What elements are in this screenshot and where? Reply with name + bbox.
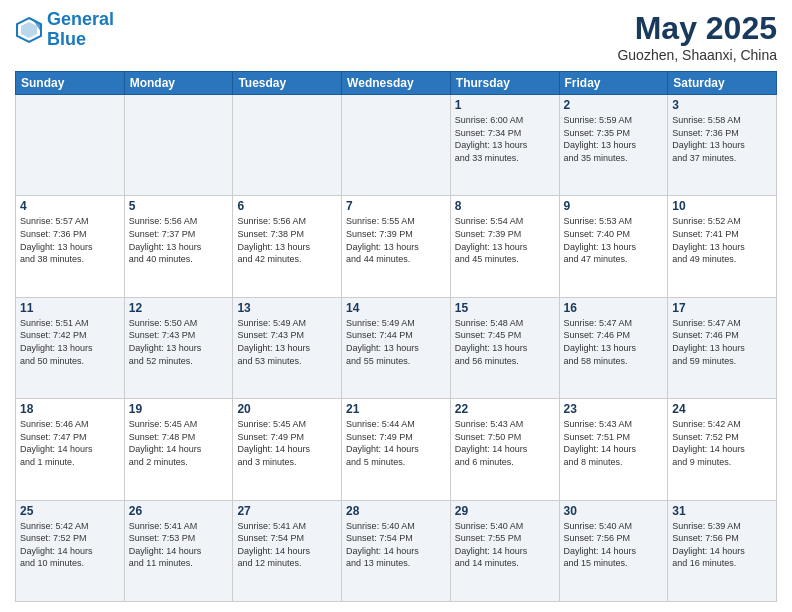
day-info: Sunrise: 5:39 AM Sunset: 7:56 PM Dayligh… <box>672 520 772 570</box>
calendar-cell: 15Sunrise: 5:48 AM Sunset: 7:45 PM Dayli… <box>450 297 559 398</box>
calendar-cell: 26Sunrise: 5:41 AM Sunset: 7:53 PM Dayli… <box>124 500 233 601</box>
weekday-header-tuesday: Tuesday <box>233 72 342 95</box>
weekday-header-thursday: Thursday <box>450 72 559 95</box>
day-info: Sunrise: 5:40 AM Sunset: 7:54 PM Dayligh… <box>346 520 446 570</box>
day-info: Sunrise: 5:43 AM Sunset: 7:50 PM Dayligh… <box>455 418 555 468</box>
day-number: 31 <box>672 504 772 518</box>
main-title: May 2025 <box>617 10 777 47</box>
calendar-cell: 23Sunrise: 5:43 AM Sunset: 7:51 PM Dayli… <box>559 399 668 500</box>
day-info: Sunrise: 5:49 AM Sunset: 7:43 PM Dayligh… <box>237 317 337 367</box>
page: General Blue May 2025 Guozhen, Shaanxi, … <box>0 0 792 612</box>
day-number: 11 <box>20 301 120 315</box>
calendar-cell: 18Sunrise: 5:46 AM Sunset: 7:47 PM Dayli… <box>16 399 125 500</box>
day-number: 7 <box>346 199 446 213</box>
weekday-header-monday: Monday <box>124 72 233 95</box>
day-info: Sunrise: 5:59 AM Sunset: 7:35 PM Dayligh… <box>564 114 664 164</box>
day-info: Sunrise: 5:42 AM Sunset: 7:52 PM Dayligh… <box>672 418 772 468</box>
day-info: Sunrise: 5:46 AM Sunset: 7:47 PM Dayligh… <box>20 418 120 468</box>
calendar-week-2: 4Sunrise: 5:57 AM Sunset: 7:36 PM Daylig… <box>16 196 777 297</box>
weekday-header-friday: Friday <box>559 72 668 95</box>
calendar-cell: 8Sunrise: 5:54 AM Sunset: 7:39 PM Daylig… <box>450 196 559 297</box>
weekday-header-saturday: Saturday <box>668 72 777 95</box>
day-info: Sunrise: 5:40 AM Sunset: 7:56 PM Dayligh… <box>564 520 664 570</box>
day-number: 1 <box>455 98 555 112</box>
calendar-cell: 2Sunrise: 5:59 AM Sunset: 7:35 PM Daylig… <box>559 95 668 196</box>
calendar-cell: 11Sunrise: 5:51 AM Sunset: 7:42 PM Dayli… <box>16 297 125 398</box>
calendar-cell: 3Sunrise: 5:58 AM Sunset: 7:36 PM Daylig… <box>668 95 777 196</box>
calendar-cell: 13Sunrise: 5:49 AM Sunset: 7:43 PM Dayli… <box>233 297 342 398</box>
day-number: 5 <box>129 199 229 213</box>
day-number: 2 <box>564 98 664 112</box>
logo: General Blue <box>15 10 114 50</box>
calendar-cell: 28Sunrise: 5:40 AM Sunset: 7:54 PM Dayli… <box>342 500 451 601</box>
day-info: Sunrise: 5:49 AM Sunset: 7:44 PM Dayligh… <box>346 317 446 367</box>
day-info: Sunrise: 5:48 AM Sunset: 7:45 PM Dayligh… <box>455 317 555 367</box>
day-info: Sunrise: 5:47 AM Sunset: 7:46 PM Dayligh… <box>672 317 772 367</box>
calendar-cell: 10Sunrise: 5:52 AM Sunset: 7:41 PM Dayli… <box>668 196 777 297</box>
day-number: 15 <box>455 301 555 315</box>
day-info: Sunrise: 6:00 AM Sunset: 7:34 PM Dayligh… <box>455 114 555 164</box>
calendar-week-3: 11Sunrise: 5:51 AM Sunset: 7:42 PM Dayli… <box>16 297 777 398</box>
calendar-cell: 19Sunrise: 5:45 AM Sunset: 7:48 PM Dayli… <box>124 399 233 500</box>
weekday-header-row: SundayMondayTuesdayWednesdayThursdayFrid… <box>16 72 777 95</box>
day-number: 6 <box>237 199 337 213</box>
weekday-header-wednesday: Wednesday <box>342 72 451 95</box>
calendar-cell <box>124 95 233 196</box>
day-number: 9 <box>564 199 664 213</box>
calendar-cell: 1Sunrise: 6:00 AM Sunset: 7:34 PM Daylig… <box>450 95 559 196</box>
day-number: 26 <box>129 504 229 518</box>
calendar-cell: 5Sunrise: 5:56 AM Sunset: 7:37 PM Daylig… <box>124 196 233 297</box>
day-number: 12 <box>129 301 229 315</box>
calendar-cell: 14Sunrise: 5:49 AM Sunset: 7:44 PM Dayli… <box>342 297 451 398</box>
day-info: Sunrise: 5:50 AM Sunset: 7:43 PM Dayligh… <box>129 317 229 367</box>
day-info: Sunrise: 5:40 AM Sunset: 7:55 PM Dayligh… <box>455 520 555 570</box>
calendar-cell: 6Sunrise: 5:56 AM Sunset: 7:38 PM Daylig… <box>233 196 342 297</box>
day-number: 14 <box>346 301 446 315</box>
title-block: May 2025 Guozhen, Shaanxi, China <box>617 10 777 63</box>
calendar-cell: 24Sunrise: 5:42 AM Sunset: 7:52 PM Dayli… <box>668 399 777 500</box>
calendar-week-5: 25Sunrise: 5:42 AM Sunset: 7:52 PM Dayli… <box>16 500 777 601</box>
calendar-cell: 31Sunrise: 5:39 AM Sunset: 7:56 PM Dayli… <box>668 500 777 601</box>
day-info: Sunrise: 5:56 AM Sunset: 7:37 PM Dayligh… <box>129 215 229 265</box>
calendar-cell: 9Sunrise: 5:53 AM Sunset: 7:40 PM Daylig… <box>559 196 668 297</box>
day-number: 20 <box>237 402 337 416</box>
calendar-cell: 21Sunrise: 5:44 AM Sunset: 7:49 PM Dayli… <box>342 399 451 500</box>
day-info: Sunrise: 5:45 AM Sunset: 7:49 PM Dayligh… <box>237 418 337 468</box>
day-number: 25 <box>20 504 120 518</box>
calendar-cell: 17Sunrise: 5:47 AM Sunset: 7:46 PM Dayli… <box>668 297 777 398</box>
day-number: 8 <box>455 199 555 213</box>
calendar-cell <box>233 95 342 196</box>
day-info: Sunrise: 5:41 AM Sunset: 7:54 PM Dayligh… <box>237 520 337 570</box>
day-number: 13 <box>237 301 337 315</box>
day-number: 29 <box>455 504 555 518</box>
day-info: Sunrise: 5:56 AM Sunset: 7:38 PM Dayligh… <box>237 215 337 265</box>
calendar-cell: 25Sunrise: 5:42 AM Sunset: 7:52 PM Dayli… <box>16 500 125 601</box>
calendar-cell: 16Sunrise: 5:47 AM Sunset: 7:46 PM Dayli… <box>559 297 668 398</box>
svg-marker-2 <box>21 22 37 38</box>
day-number: 4 <box>20 199 120 213</box>
day-info: Sunrise: 5:51 AM Sunset: 7:42 PM Dayligh… <box>20 317 120 367</box>
day-number: 10 <box>672 199 772 213</box>
day-number: 27 <box>237 504 337 518</box>
logo-icon <box>15 16 43 44</box>
day-info: Sunrise: 5:57 AM Sunset: 7:36 PM Dayligh… <box>20 215 120 265</box>
calendar-cell: 4Sunrise: 5:57 AM Sunset: 7:36 PM Daylig… <box>16 196 125 297</box>
day-number: 22 <box>455 402 555 416</box>
day-number: 16 <box>564 301 664 315</box>
day-number: 18 <box>20 402 120 416</box>
day-info: Sunrise: 5:42 AM Sunset: 7:52 PM Dayligh… <box>20 520 120 570</box>
calendar-cell: 22Sunrise: 5:43 AM Sunset: 7:50 PM Dayli… <box>450 399 559 500</box>
subtitle: Guozhen, Shaanxi, China <box>617 47 777 63</box>
day-number: 24 <box>672 402 772 416</box>
day-info: Sunrise: 5:45 AM Sunset: 7:48 PM Dayligh… <box>129 418 229 468</box>
day-number: 17 <box>672 301 772 315</box>
day-info: Sunrise: 5:44 AM Sunset: 7:49 PM Dayligh… <box>346 418 446 468</box>
calendar-week-4: 18Sunrise: 5:46 AM Sunset: 7:47 PM Dayli… <box>16 399 777 500</box>
calendar-cell <box>16 95 125 196</box>
day-info: Sunrise: 5:53 AM Sunset: 7:40 PM Dayligh… <box>564 215 664 265</box>
calendar-week-1: 1Sunrise: 6:00 AM Sunset: 7:34 PM Daylig… <box>16 95 777 196</box>
calendar-table: SundayMondayTuesdayWednesdayThursdayFrid… <box>15 71 777 602</box>
day-info: Sunrise: 5:41 AM Sunset: 7:53 PM Dayligh… <box>129 520 229 570</box>
day-info: Sunrise: 5:58 AM Sunset: 7:36 PM Dayligh… <box>672 114 772 164</box>
day-number: 21 <box>346 402 446 416</box>
